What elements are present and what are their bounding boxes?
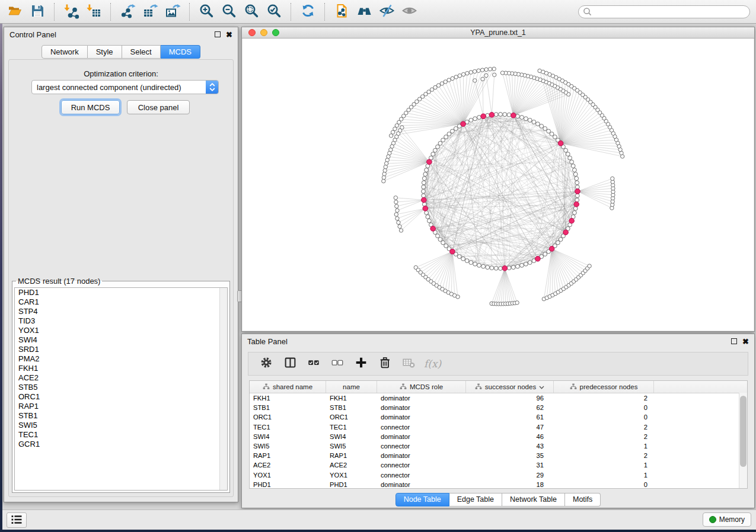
table-scrollbar-thumb[interactable] [740,396,747,467]
table-row[interactable]: RAP1RAP1dominator352 [250,451,747,460]
cell-successor-nodes: 62 [466,404,554,411]
table-row[interactable]: YOX1YOX1connector291 [250,470,747,480]
mcds-result-item[interactable]: YOX1 [15,326,227,335]
tab-network-table[interactable]: Network Table [502,493,565,507]
close-window-icon[interactable]: ✖ [226,31,232,39]
float-window-icon[interactable] [731,338,737,344]
settings-gear-button[interactable] [256,354,277,373]
mcds-result-item[interactable]: ACE2 [15,373,227,383]
hide-eye-slash-button[interactable] [375,2,398,21]
mcds-result-item[interactable]: TEC1 [15,430,227,440]
tab-node-table[interactable]: Node Table [395,493,449,507]
zoom-in-button[interactable] [195,2,218,21]
network-window-titlebar[interactable]: YPA_prune.txt_1 [242,27,754,39]
mcds-result-item[interactable]: STB1 [15,411,227,421]
close-window-icon[interactable]: ✖ [742,338,749,345]
float-window-icon[interactable] [215,31,221,37]
network-canvas[interactable] [243,39,754,331]
run-mcds-button[interactable]: Run MCDS [61,100,120,114]
maximize-traffic-light[interactable] [272,29,279,36]
share-document-button[interactable] [330,2,353,21]
export-table-button[interactable] [139,2,161,21]
tab-network[interactable]: Network [42,45,88,59]
columns-button[interactable] [279,354,301,373]
tab-style[interactable]: Style [88,45,122,59]
cell-MCDS-role: connector [377,424,466,431]
table-row[interactable]: SWI4SWI4dominator462 [250,432,747,441]
save-button[interactable] [26,2,49,21]
table-row[interactable]: ORC1ORC1dominator610 [250,412,747,422]
table-row[interactable]: SWI5SWI5connector431 [250,441,747,451]
column-header-name[interactable]: name [326,381,377,393]
table-row[interactable]: PHD1PHD1dominator180 [250,480,747,489]
tab-select[interactable]: Select [122,45,161,59]
minimize-traffic-light[interactable] [260,29,267,36]
mcds-list-scrollbar[interactable] [219,288,227,490]
mcds-result-item[interactable]: TID3 [15,316,227,326]
open-file-button[interactable] [4,2,26,21]
mcds-result-item[interactable]: FKH1 [15,364,227,373]
select-all-checkboxes-button[interactable] [303,354,324,373]
mcds-result-item[interactable]: ORC1 [15,392,227,402]
table-row[interactable]: FKH1FKH1dominator962 [250,393,747,403]
close-panel-button[interactable]: Close panel [127,100,190,114]
search-binoculars-button[interactable] [353,2,375,21]
mcds-result-item[interactable]: SRD1 [15,345,227,354]
delete-trash-button[interactable] [374,354,395,373]
tree-icon [570,383,577,391]
table-row[interactable]: STB1STB1dominator620 [250,403,747,412]
mcds-result-item[interactable]: RAP1 [15,402,227,411]
column-header-shared-name[interactable]: shared name [250,381,326,393]
mcds-result-item[interactable]: STP4 [15,307,227,316]
mcds-result-item[interactable]: SWI5 [15,421,227,430]
zoom-fit-button[interactable] [240,2,263,21]
export-image-button[interactable] [161,2,184,21]
mcds-result-item[interactable]: PHD1 [15,288,227,297]
sort-chevron-icon [539,383,544,390]
mcds-result-item[interactable]: STB5 [15,383,227,392]
tab-mcds[interactable]: MCDS [161,45,200,59]
column-header-successor-nodes[interactable]: successor nodes [466,381,554,393]
mcds-tab-content: Optimization criterion: largest connecte… [8,59,234,497]
zoom-out-icon [221,3,237,21]
memory-label: Memory [719,515,745,524]
zoom-selected-button[interactable] [263,2,285,21]
network-graph[interactable] [243,39,754,331]
panel-list-button[interactable] [7,512,27,528]
export-network-button[interactable] [116,2,139,21]
import-network-button[interactable] [60,2,82,21]
column-header-predecessor-nodes[interactable]: predecessor nodes [554,381,654,393]
deselect-all-checkboxes-button[interactable] [327,354,348,373]
settings-gear-icon [259,355,274,372]
table-type-tabs: Node TableEdge TableNetwork TableMotifs [242,493,754,507]
mcds-result-item[interactable]: SWI4 [15,335,227,345]
close-traffic-light[interactable] [248,29,256,36]
cell-MCDS-role: dominator [377,433,466,440]
table-panel-titlebar[interactable]: Table Panel ✖ [242,334,754,348]
cell-shared-name: ORC1 [250,414,326,421]
column-header-MCDS-role[interactable]: MCDS role [377,381,466,393]
tree-icon [263,383,270,391]
memory-button[interactable]: Memory [703,512,751,527]
mcds-result-item[interactable]: GCR1 [15,440,227,449]
mcds-result-item[interactable]: PMA2 [15,354,227,364]
table-row[interactable]: ACE2ACE2connector311 [250,460,747,470]
cell-name: YOX1 [326,472,377,479]
zoom-out-button[interactable] [218,2,240,21]
cell-shared-name: YOX1 [250,472,326,479]
control-panel-titlebar[interactable]: Control Panel ✖ [4,27,238,41]
mcds-result-item[interactable]: CAR1 [15,297,227,307]
table-scrollbar[interactable] [739,393,747,488]
optimization-criterion-select[interactable]: largest connected component (undirected) [31,80,219,94]
add-plus-button[interactable] [350,354,372,373]
mcds-result-title: MCDS result (17 nodes) [16,277,102,286]
show-eye-button[interactable] [398,2,420,21]
tab-motifs[interactable]: Motifs [565,493,601,507]
search-input[interactable] [578,5,750,18]
cell-shared-name: TEC1 [250,424,326,431]
table-row[interactable]: TEC1TEC1connector472 [250,422,747,432]
tab-edge-table[interactable]: Edge Table [449,493,502,507]
column-label: name [343,383,360,390]
refresh-button[interactable] [296,2,319,21]
import-table-button[interactable] [82,2,105,21]
